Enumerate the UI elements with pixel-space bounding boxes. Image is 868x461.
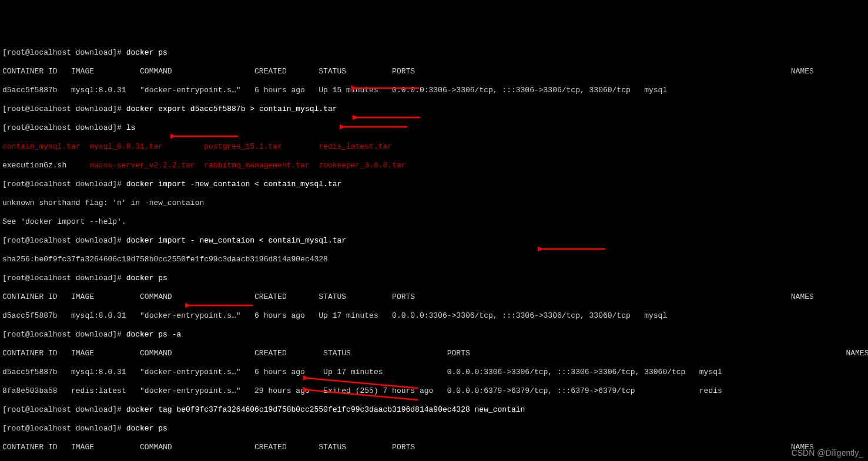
file-archive: nacos-server_v2.2.2.tar	[89, 161, 195, 170]
ps-header: CONTAINER ID IMAGE COMMAND CREATED STATU…	[2, 443, 866, 452]
error-output: See 'docker import --help'.	[2, 217, 866, 227]
ps-header: CONTAINER ID IMAGE COMMAND CREATED STATU…	[2, 292, 866, 302]
ps-row: d5acc5f5887b mysql:8.0.31 "docker-entryp…	[2, 311, 866, 321]
file-script: executionGz.sh	[2, 161, 66, 170]
error-output: unknown shorthand flag: 'n' in -new_cont…	[2, 198, 866, 208]
shell-prompt: [root@localhost download]#	[2, 123, 126, 132]
command: docker ps	[126, 48, 167, 57]
command: docker ps -a	[126, 330, 182, 339]
shell-prompt: [root@localhost download]#	[2, 424, 126, 433]
command: docker ps	[126, 274, 167, 282]
shell-prompt: [root@localhost download]#	[2, 48, 126, 57]
sha-output: sha256:be0f9fc37fa3264606c19d758b0cc2550…	[2, 255, 866, 264]
shell-prompt: [root@localhost download]#	[2, 236, 126, 245]
watermark-text: CSDN @Diligently_	[792, 448, 863, 457]
file-archive: contain_mysql.tar	[2, 142, 81, 151]
command: docker tag be0f9fc37fa3264606c19d758b0cc…	[126, 405, 525, 414]
file-archive: rabbitmq_management.tar	[204, 161, 309, 170]
shell-prompt: [root@localhost download]#	[2, 105, 126, 113]
ps-row: d5acc5f5887b mysql:8.0.31 "docker-entryp…	[2, 368, 866, 377]
file-archive: redis_latest.tar	[319, 142, 392, 151]
shell-prompt: [root@localhost download]#	[2, 330, 126, 339]
ps-row: 8fa8e503ba58 redis:latest "docker-entryp…	[2, 386, 866, 396]
command: docker ps	[126, 424, 167, 433]
command: docker import -new_contaion < contain_my…	[126, 180, 342, 189]
shell-prompt: [root@localhost download]#	[2, 274, 126, 282]
file-archive: postgres_15.1.tar	[204, 142, 282, 151]
command: ls	[126, 123, 136, 132]
command: docker export d5acc5f5887b > contain_mys…	[126, 105, 337, 113]
ps-header: CONTAINER ID IMAGE COMMAND CREATED STATU…	[2, 349, 866, 358]
file-archive: mysql_8.0.31.tar	[89, 142, 163, 151]
shell-prompt: [root@localhost download]#	[2, 180, 126, 189]
ps-header: CONTAINER ID IMAGE COMMAND CREATED STATU…	[2, 67, 866, 76]
file-archive: zookeeper_3.8.0.tar	[319, 161, 405, 170]
shell-prompt: [root@localhost download]#	[2, 405, 126, 414]
ps-row: d5acc5f5887b mysql:8.0.31 "docker-entryp…	[2, 86, 866, 95]
command: docker import - new_contaion < contain_m…	[126, 236, 346, 245]
terminal-output[interactable]: [root@localhost download]# docker ps CON…	[2, 39, 866, 461]
